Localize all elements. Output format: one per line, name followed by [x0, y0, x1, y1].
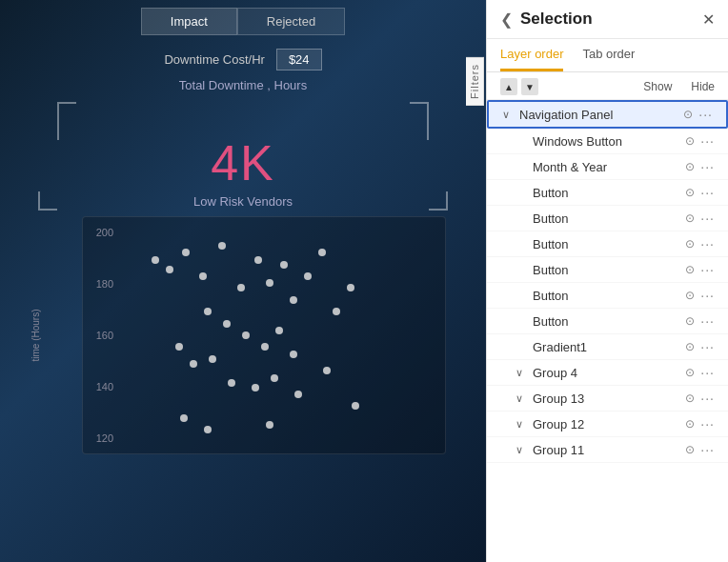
layer-item[interactable]: Button⊙···: [487, 283, 728, 309]
scatter-dot: [294, 391, 302, 398]
scatter-dot: [304, 272, 312, 280]
tab-rejected[interactable]: Rejected: [237, 8, 345, 35]
layer-item[interactable]: Button⊙···: [487, 257, 728, 283]
layer-item[interactable]: Month & Year⊙···: [487, 154, 728, 180]
visibility-icon[interactable]: ⊙: [685, 417, 695, 431]
layer-name-label: Button: [533, 211, 679, 226]
visibility-icon[interactable]: ⊙: [685, 160, 695, 173]
show-label: Show: [643, 80, 672, 93]
layer-name-label: Group 11: [533, 443, 679, 457]
visibility-icon[interactable]: ⊙: [685, 443, 695, 456]
visibility-icon[interactable]: ⊙: [685, 289, 695, 302]
visibility-icon[interactable]: ⊙: [685, 366, 695, 379]
more-options-icon[interactable]: ···: [700, 211, 715, 226]
scatter-dot: [209, 355, 216, 363]
scatter-dot: [323, 367, 331, 374]
visibility-icon[interactable]: ⊙: [683, 108, 693, 121]
layer-icons: ⊙···: [685, 391, 715, 406]
layer-name-label: Button: [533, 186, 679, 200]
layer-icons: ⊙···: [685, 288, 715, 303]
hide-label: Hide: [691, 80, 715, 93]
layer-item[interactable]: ∨Group 11⊙···: [487, 437, 728, 463]
layer-item[interactable]: ∨Navigation Panel⊙···: [487, 100, 728, 129]
layer-name-label: Button: [533, 314, 679, 329]
scatter-dot: [347, 284, 354, 291]
layer-icons: ⊙···: [685, 236, 715, 251]
big-number: 4K: [0, 134, 486, 191]
layer-name-label: Group 13: [533, 391, 679, 406]
layer-icons: ⊙···: [685, 365, 715, 380]
sort-row: ▲ ▼ Show Hide: [487, 72, 728, 100]
layer-icons: ⊙···: [685, 339, 715, 354]
scatter-dot: [204, 308, 212, 315]
visibility-icon[interactable]: ⊙: [685, 237, 695, 251]
scatter-dot: [252, 384, 259, 391]
more-options-icon[interactable]: ···: [700, 288, 715, 303]
chart-area: 200 180 160 140 120: [82, 216, 446, 454]
layer-item[interactable]: Button⊙···: [487, 231, 728, 257]
close-button[interactable]: ✕: [702, 10, 715, 29]
layer-chevron-icon: ∨: [502, 109, 514, 121]
scatter-dot: [223, 320, 231, 328]
layer-name-label: Month & Year: [533, 160, 679, 174]
more-options-icon[interactable]: ···: [700, 185, 715, 200]
visibility-icon[interactable]: ⊙: [685, 211, 695, 225]
scatter-dot: [218, 242, 226, 250]
scatter-dot: [199, 272, 207, 280]
layer-item[interactable]: ∨Group 13⊙···: [487, 386, 728, 411]
visibility-icon[interactable]: ⊙: [685, 134, 695, 148]
visibility-icon[interactable]: ⊙: [685, 314, 695, 328]
more-options-icon[interactable]: ···: [700, 365, 715, 380]
more-options-icon[interactable]: ···: [700, 133, 715, 149]
layer-name-label: Navigation Panel: [519, 108, 677, 122]
sort-arrows: ▲ ▼: [500, 78, 538, 95]
visibility-icon[interactable]: ⊙: [685, 391, 695, 405]
more-options-icon[interactable]: ···: [700, 159, 715, 174]
scatter-dot: [261, 343, 269, 351]
layer-icons: ⊙···: [685, 262, 715, 277]
y-140: 140: [87, 381, 113, 392]
downtime-section: Downtime Cost/Hr $24: [0, 43, 486, 76]
layer-name-label: Group 12: [533, 417, 679, 432]
tab-tab-order[interactable]: Tab order: [582, 39, 635, 71]
downtime-label: Downtime Cost/Hr: [164, 52, 264, 67]
visibility-icon[interactable]: ⊙: [685, 186, 695, 199]
layer-item[interactable]: ∨Group 12⊙···: [487, 411, 728, 437]
layer-chevron-icon: ∨: [516, 392, 527, 405]
layer-name-label: Button: [533, 289, 679, 303]
scatter-dot: [290, 351, 297, 358]
layer-item[interactable]: Button⊙···: [487, 206, 728, 231]
low-risk-label: Low Risk Vendors: [193, 194, 293, 209]
tabs-row: Layer order Tab order: [487, 39, 728, 72]
more-options-icon[interactable]: ···: [700, 313, 715, 329]
more-options-icon[interactable]: ···: [698, 107, 713, 122]
right-header: ❮ Selection ✕: [487, 0, 728, 39]
layer-item[interactable]: ∨Group 4⊙···: [487, 360, 728, 386]
more-options-icon[interactable]: ···: [700, 236, 715, 251]
tab-layer-order[interactable]: Layer order: [500, 39, 563, 71]
sort-down-button[interactable]: ▼: [521, 78, 538, 95]
more-options-icon[interactable]: ···: [700, 262, 715, 277]
layer-name-label: Group 4: [533, 366, 679, 380]
total-downtime-label: Total Downtime , Hours: [0, 76, 486, 94]
collapse-arrow-icon[interactable]: ❮: [500, 10, 513, 29]
layer-icons: ⊙···: [685, 416, 715, 432]
more-options-icon[interactable]: ···: [700, 416, 715, 432]
left-panel: Impact Rejected Downtime Cost/Hr $24 Tot…: [0, 0, 486, 562]
sort-up-button[interactable]: ▲: [500, 78, 517, 95]
show-hide-labels: Show Hide: [643, 80, 715, 93]
layer-item[interactable]: Gradient1⊙···: [487, 334, 728, 360]
visibility-icon[interactable]: ⊙: [685, 263, 695, 276]
layer-item[interactable]: Button⊙···: [487, 180, 728, 206]
tab-impact[interactable]: Impact: [141, 8, 237, 35]
more-options-icon[interactable]: ···: [700, 442, 715, 457]
more-options-icon[interactable]: ···: [700, 339, 715, 354]
scatter-dot: [166, 266, 173, 273]
layer-item[interactable]: Button⊙···: [487, 309, 728, 334]
scatter-dot: [204, 426, 212, 433]
panel-title: Selection: [520, 10, 593, 29]
visibility-icon[interactable]: ⊙: [685, 340, 695, 353]
more-options-icon[interactable]: ···: [700, 391, 715, 406]
layer-item[interactable]: Windows Button⊙···: [487, 129, 728, 154]
y-200: 200: [87, 227, 113, 238]
